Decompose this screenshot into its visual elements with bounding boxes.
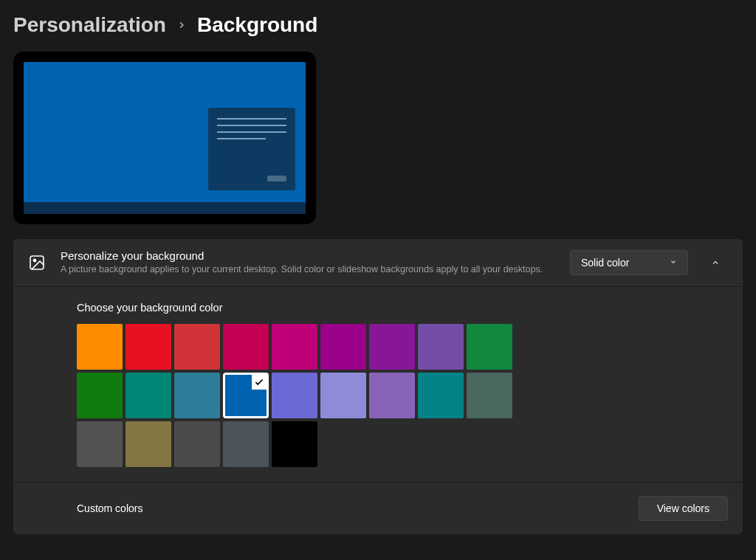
preview-sample-window <box>208 108 295 190</box>
image-icon <box>28 254 46 272</box>
personalize-title: Personalize your background <box>61 249 555 262</box>
color-swatch[interactable] <box>77 324 123 370</box>
color-swatch[interactable] <box>272 324 317 370</box>
color-swatch[interactable] <box>272 421 317 467</box>
color-swatch[interactable] <box>369 373 415 418</box>
color-swatch[interactable] <box>223 324 269 370</box>
color-swatch[interactable] <box>174 421 220 467</box>
background-settings-panel: Personalize your background A picture ba… <box>13 239 743 534</box>
personalize-subtitle: A picture background applies to your cur… <box>61 263 548 276</box>
custom-colors-label: Custom colors <box>77 502 142 514</box>
color-swatch[interactable] <box>126 324 171 370</box>
breadcrumb-parent-link[interactable]: Personalization <box>13 13 166 37</box>
color-swatch[interactable] <box>223 421 269 467</box>
breadcrumb: Personalization Background <box>13 13 743 37</box>
dropdown-value: Solid color <box>581 257 629 269</box>
color-swatch[interactable] <box>320 373 366 418</box>
color-swatch[interactable] <box>223 373 269 418</box>
desktop-preview <box>13 52 316 224</box>
color-swatch[interactable] <box>126 373 171 418</box>
color-swatch[interactable] <box>272 373 317 418</box>
color-swatch[interactable] <box>77 421 123 467</box>
color-swatch[interactable] <box>174 373 220 418</box>
color-swatch[interactable] <box>467 324 512 370</box>
color-swatch[interactable] <box>467 373 512 418</box>
collapse-button[interactable] <box>703 250 728 275</box>
preview-screen <box>24 62 306 214</box>
chevron-down-icon <box>670 258 677 267</box>
color-swatch[interactable] <box>369 324 415 370</box>
color-swatch[interactable] <box>320 324 366 370</box>
color-picker-label: Choose your background color <box>77 302 728 314</box>
color-picker-section: Choose your background color <box>13 287 743 483</box>
view-colors-button[interactable]: View colors <box>639 496 728 521</box>
color-swatch[interactable] <box>418 373 464 418</box>
check-icon <box>252 375 267 390</box>
color-swatch[interactable] <box>418 324 464 370</box>
breadcrumb-current: Background <box>197 13 317 37</box>
personalize-header-row: Personalize your background A picture ba… <box>13 239 743 287</box>
color-swatch[interactable] <box>174 324 220 370</box>
color-swatch[interactable] <box>77 373 123 418</box>
background-type-dropdown[interactable]: Solid color <box>570 250 688 275</box>
color-grid <box>77 324 728 467</box>
svg-point-1 <box>33 259 35 261</box>
chevron-right-icon <box>176 17 187 34</box>
color-swatch[interactable] <box>126 421 171 467</box>
custom-colors-row: Custom colors View colors <box>13 483 743 534</box>
preview-taskbar <box>24 202 306 214</box>
